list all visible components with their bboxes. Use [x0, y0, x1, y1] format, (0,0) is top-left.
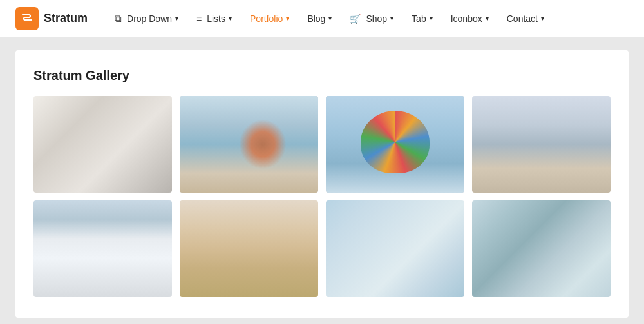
brand-logo-link[interactable]: Stratum — [15, 7, 88, 30]
brand-name: Stratum — [44, 12, 88, 25]
nav-label-dropdown: Drop Down — [127, 14, 172, 24]
nav-label-lists: Lists — [207, 14, 225, 24]
chevron-icon-portfolio: ▾ — [286, 15, 289, 22]
gallery-item-mountains[interactable] — [33, 200, 172, 297]
list-icon: ≡ — [196, 14, 202, 24]
gallery-image-branch — [180, 96, 318, 193]
chevron-icon-contact: ▾ — [541, 15, 544, 22]
gallery-item-branch[interactable] — [180, 96, 318, 193]
chevron-icon-lists: ▾ — [229, 15, 232, 22]
gallery-title: Stratum Gallery — [33, 68, 611, 83]
nav-item-contact[interactable]: Contact ▾ — [498, 0, 553, 37]
nav-label-blog: Blog — [307, 14, 325, 24]
nav-item-shop[interactable]: 🛒 Shop ▾ — [341, 0, 402, 37]
cart-icon: 🛒 — [350, 14, 361, 24]
gallery-image-desert — [180, 200, 318, 297]
nav-label-iconbox: Iconbox — [451, 14, 482, 24]
gallery-image-mountains — [33, 200, 172, 297]
nav-item-dropdown[interactable]: ⧉ Drop Down ▾ — [106, 0, 187, 37]
nav-item-tab[interactable]: Tab ▾ — [402, 0, 442, 37]
nav-item-lists[interactable]: ≡ Lists ▾ — [187, 0, 241, 37]
gallery-item-beach-house[interactable] — [472, 96, 611, 193]
gallery-grid — [33, 96, 611, 297]
nav-label-contact: Contact — [507, 14, 538, 24]
brand-logo-icon — [15, 7, 39, 30]
navbar: Stratum ⧉ Drop Down ▾ ≡ Lists ▾ Portfoli… — [0, 0, 644, 37]
main-content: Stratum Gallery — [0, 37, 644, 324]
gallery-image-balloon — [326, 96, 464, 193]
chevron-icon-dropdown: ▾ — [175, 15, 178, 22]
gallery-card: Stratum Gallery — [15, 50, 629, 318]
gallery-image-architecture — [33, 96, 172, 193]
nav-item-iconbox[interactable]: Iconbox ▾ — [442, 0, 498, 37]
nav-label-portfolio: Portfolio — [250, 14, 283, 24]
gallery-item-desert[interactable] — [180, 200, 318, 297]
logo-svg — [20, 12, 34, 26]
chevron-icon-tab: ▾ — [430, 15, 433, 22]
gallery-item-ice[interactable] — [326, 200, 464, 297]
nav-label-shop: Shop — [366, 14, 387, 24]
gallery-image-glacier — [472, 200, 611, 297]
nav-item-blog[interactable]: Blog ▾ — [298, 0, 341, 37]
nav-item-portfolio[interactable]: Portfolio ▾ — [241, 0, 298, 37]
gallery-image-ice — [326, 200, 464, 297]
gallery-item-architecture[interactable] — [33, 96, 172, 193]
gallery-item-glacier[interactable] — [472, 200, 611, 297]
layers-icon: ⧉ — [115, 13, 122, 24]
chevron-icon-shop: ▾ — [390, 15, 393, 22]
nav-menu: ⧉ Drop Down ▾ ≡ Lists ▾ Portfolio ▾ Blog… — [106, 0, 553, 37]
gallery-image-beach-house — [472, 96, 611, 193]
chevron-icon-blog: ▾ — [328, 15, 332, 22]
nav-label-tab: Tab — [412, 14, 426, 24]
chevron-icon-iconbox: ▾ — [486, 15, 489, 22]
gallery-item-balloon[interactable] — [326, 96, 464, 193]
